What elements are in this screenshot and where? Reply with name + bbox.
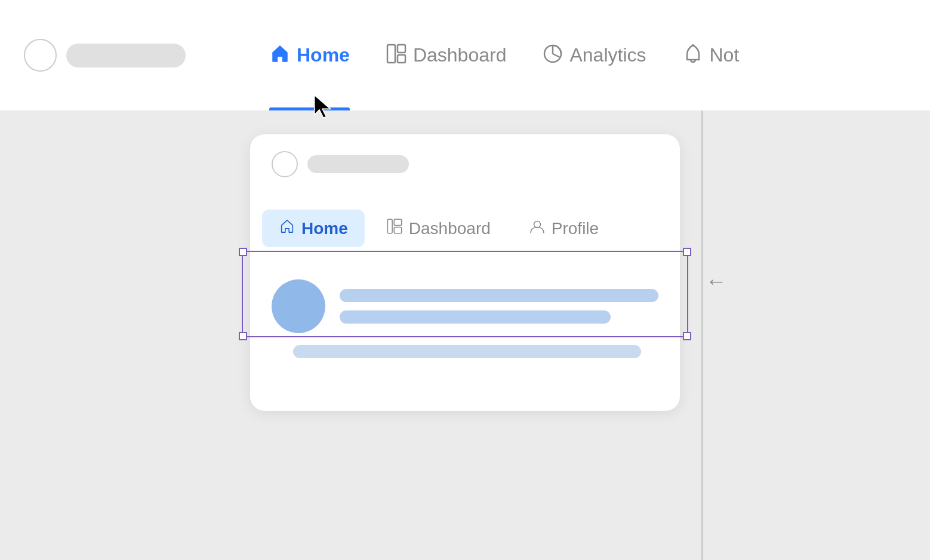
inner-nav-item-home[interactable]: Home: [262, 210, 365, 247]
nav-item-analytics[interactable]: Analytics: [542, 0, 646, 110]
inner-dashboard-icon: [386, 218, 403, 239]
nav-item-notifications[interactable]: Not: [682, 0, 740, 110]
svg-rect-3: [398, 55, 405, 63]
svg-rect-2: [398, 45, 405, 53]
inner-home-icon: [279, 218, 295, 239]
inner-nav-label-dashboard: Dashboard: [409, 219, 491, 238]
nav-label-notifications: Not: [710, 44, 740, 66]
handle-top-left[interactable]: [239, 248, 247, 256]
logo-bar: [66, 44, 186, 67]
inner-nav-label-home: Home: [301, 219, 348, 238]
nav-label-home: Home: [297, 44, 350, 66]
nav-items: Home Dashboard: [269, 0, 739, 110]
nav-label-dashboard: Dashboard: [413, 44, 507, 66]
profile-text-lines: [340, 289, 658, 324]
logo-circle: [24, 39, 57, 72]
profile-line-3: [293, 345, 641, 358]
nav-item-dashboard[interactable]: Dashboard: [386, 0, 507, 110]
profile-avatar: [272, 279, 325, 333]
svg-rect-1: [387, 45, 395, 63]
svg-rect-8: [394, 227, 401, 233]
top-navigation: Home Dashboard: [0, 0, 930, 110]
inner-nav: Home Dashboard: [250, 194, 680, 263]
home-icon: [269, 43, 291, 68]
inner-card: Home Dashboard: [250, 134, 680, 411]
handle-bottom-right[interactable]: [683, 332, 691, 340]
nav-label-analytics: Analytics: [569, 44, 646, 66]
profile-line-2: [340, 310, 611, 324]
handle-bottom-left[interactable]: [239, 332, 247, 340]
bell-icon: [682, 43, 704, 68]
logo-area: [24, 39, 186, 72]
inner-logo-circle: [272, 151, 298, 177]
inner-profile-icon: [529, 218, 546, 239]
profile-line-1: [340, 289, 658, 302]
svg-point-9: [534, 221, 540, 227]
handle-top-right[interactable]: [683, 248, 691, 256]
inner-nav-item-dashboard[interactable]: Dashboard: [369, 210, 507, 247]
dashboard-icon: [386, 43, 407, 68]
profile-content-row: [272, 279, 658, 333]
vertical-divider: [701, 110, 703, 560]
svg-rect-0: [278, 57, 282, 61]
inner-card-top: [250, 134, 680, 194]
analytics-icon: [542, 43, 563, 68]
arrow-indicator: ←: [706, 269, 727, 294]
main-content: ← Home: [0, 110, 930, 560]
inner-nav-item-profile[interactable]: Profile: [512, 210, 615, 247]
inner-content: [250, 263, 680, 375]
inner-logo-bar: [307, 155, 409, 173]
inner-nav-label-profile: Profile: [552, 219, 599, 238]
nav-item-home[interactable]: Home: [269, 0, 350, 110]
svg-rect-7: [394, 219, 401, 225]
svg-rect-6: [387, 219, 392, 233]
